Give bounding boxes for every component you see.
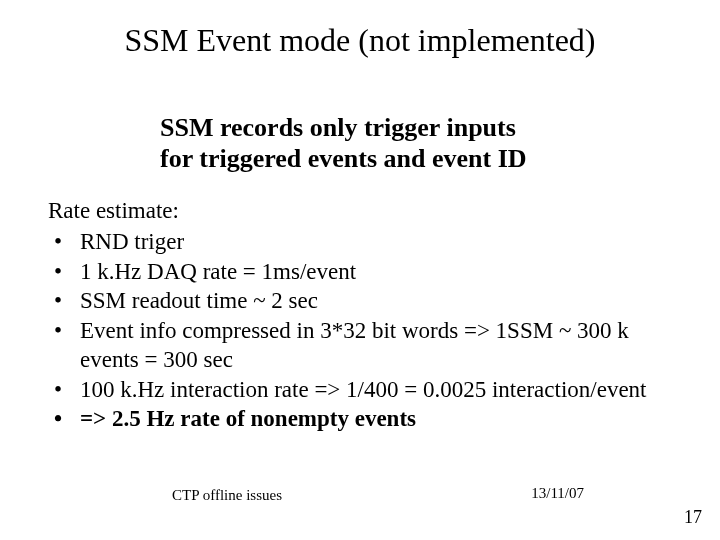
slide-subtitle: SSM records only trigger inputs for trig… (160, 112, 527, 174)
body-block: Rate estimate: RND triger 1 k.Hz DAQ rat… (48, 196, 672, 434)
bullet-list: RND triger 1 k.Hz DAQ rate = 1ms/event S… (48, 227, 672, 433)
list-item: SSM readout time ~ 2 sec (48, 286, 672, 315)
subtitle-line1: SSM records only trigger inputs (160, 112, 527, 143)
list-item: RND triger (48, 227, 672, 256)
list-item: => 2.5 Hz rate of nonempty events (48, 404, 672, 433)
list-item: Event info compressed in 3*32 bit words … (48, 316, 672, 375)
page-number: 17 (684, 507, 702, 528)
body-lead: Rate estimate: (48, 196, 672, 225)
list-item: 1 k.Hz DAQ rate = 1ms/event (48, 257, 672, 286)
footer-date: 13/11/07 (531, 485, 584, 502)
slide: SSM Event mode (not implemented) SSM rec… (0, 0, 720, 540)
list-item: 100 k.Hz interaction rate => 1/400 = 0.0… (48, 375, 672, 404)
subtitle-line2: for triggered events and event ID (160, 143, 527, 174)
footer-left: CTP offline issues (172, 487, 282, 504)
slide-title: SSM Event mode (not implemented) (0, 22, 720, 59)
